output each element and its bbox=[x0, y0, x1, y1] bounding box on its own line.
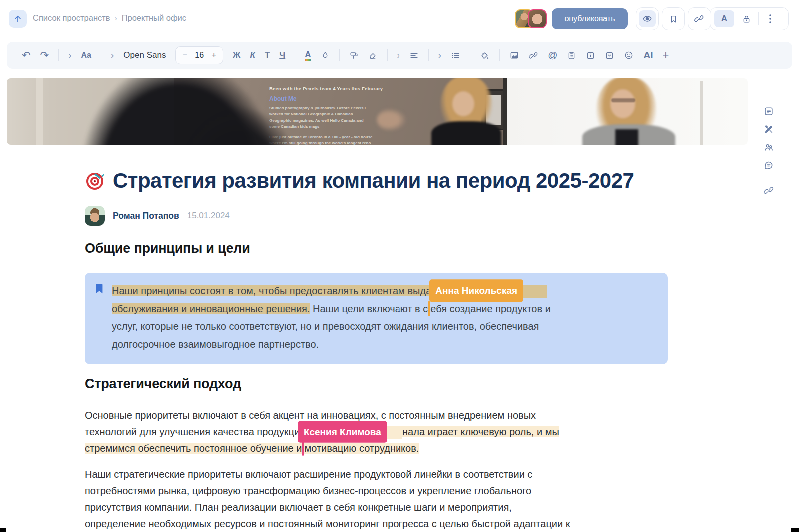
page-title[interactable]: Стратегия развития компании на период 20… bbox=[85, 169, 694, 193]
publish-button[interactable]: опубликовать bbox=[552, 8, 628, 29]
remote-cursor-ksenia bbox=[302, 440, 304, 456]
redo-button[interactable]: ↷ bbox=[40, 49, 49, 61]
breadcrumb-separator: › bbox=[115, 14, 117, 22]
arrow-up-icon bbox=[13, 14, 22, 23]
bold-button[interactable]: Ж bbox=[233, 50, 240, 60]
paragraph-priorities[interactable]: Наши стратегические приоритеты включают … bbox=[85, 466, 689, 532]
font-size-stepper: − 16 + bbox=[175, 46, 223, 64]
font-size-decrease-button[interactable]: − bbox=[182, 50, 187, 60]
comments-panel-button[interactable] bbox=[763, 160, 774, 171]
info-square-icon bbox=[586, 51, 595, 60]
breadcrumb: Список пространств › Проектный офис bbox=[33, 13, 186, 23]
formatting-toolbar: ↶ ↷ › Aa › Open Sans − 16 + Ж К Т Ч A › bbox=[7, 42, 792, 69]
chevron-right-icon[interactable]: › bbox=[438, 50, 441, 61]
edit-tools-button[interactable] bbox=[763, 124, 774, 135]
bookmark-button[interactable] bbox=[662, 7, 685, 30]
chevron-right-icon[interactable]: › bbox=[397, 50, 400, 61]
link-icon bbox=[529, 51, 538, 60]
crossed-tools-icon bbox=[763, 124, 774, 135]
toggle-block-button[interactable] bbox=[605, 51, 614, 60]
eye-icon bbox=[642, 14, 652, 24]
ai-assistant-button[interactable]: AI bbox=[643, 50, 653, 61]
screen-artifact bbox=[0, 528, 6, 532]
back-up-button[interactable] bbox=[9, 10, 27, 28]
collaborator-avatars bbox=[515, 8, 550, 29]
list-button[interactable] bbox=[451, 51, 460, 60]
divider bbox=[758, 12, 759, 25]
font-size-value[interactable]: 16 bbox=[195, 51, 204, 60]
template-button[interactable] bbox=[567, 51, 576, 60]
divider bbox=[101, 49, 101, 61]
members-button[interactable] bbox=[763, 142, 774, 153]
callout-block[interactable]: Наши принципы состоят в том, чтобы предо… bbox=[85, 273, 668, 364]
droplet-icon bbox=[321, 51, 330, 60]
paragraph-text: потребностями рынка, цифровую трансформа… bbox=[85, 485, 531, 496]
chevron-right-icon[interactable]: › bbox=[111, 50, 114, 61]
highlighted-selection: нала играет ключевую роль, и мы bbox=[402, 426, 559, 437]
paragraph-text: присутствия компании. План реализации вк… bbox=[85, 502, 512, 513]
fill-color-button[interactable] bbox=[480, 50, 490, 60]
format-painter-button[interactable] bbox=[349, 51, 359, 60]
highlighted-selection: Наши принципы состоят в том, чтобы предо… bbox=[112, 285, 431, 296]
callout-text: ебя создание продуктов и bbox=[430, 303, 551, 314]
paragraph-text: Основные приоритеты включают в себя акце… bbox=[85, 410, 536, 421]
user-selection-label-ksenia: Ксения Климова bbox=[298, 421, 387, 442]
insert-block-button[interactable]: + bbox=[662, 49, 669, 62]
divider bbox=[339, 49, 340, 61]
callout-text: долгосрочное взаимовыгодное партнерство. bbox=[112, 339, 319, 350]
align-left-icon bbox=[409, 51, 419, 60]
screen-artifact bbox=[791, 528, 799, 532]
clear-format-button[interactable] bbox=[368, 51, 378, 60]
typography-button[interactable]: A bbox=[714, 10, 734, 27]
target-dart-emoji bbox=[85, 170, 106, 191]
chevron-right-icon[interactable]: › bbox=[68, 50, 71, 61]
font-family-select[interactable]: Open Sans bbox=[123, 50, 166, 60]
paragraph-strategy[interactable]: Основные приоритеты включают в себя акце… bbox=[85, 407, 689, 457]
divider bbox=[428, 49, 429, 61]
breadcrumb-current-space[interactable]: Проектный офис bbox=[122, 13, 186, 23]
italic-button[interactable]: К bbox=[250, 50, 255, 60]
clipboard-checklist-icon bbox=[567, 51, 576, 60]
more-options-button[interactable] bbox=[762, 14, 779, 23]
mention-button[interactable]: @ bbox=[548, 50, 557, 61]
section-heading-strategy: Стратегический подход bbox=[85, 376, 241, 392]
insert-link-button[interactable] bbox=[529, 51, 538, 60]
undo-button[interactable]: ↶ bbox=[22, 49, 31, 61]
author-avatar[interactable] bbox=[85, 206, 105, 226]
comment-icon bbox=[763, 160, 774, 171]
paint-roller-icon bbox=[349, 51, 359, 60]
breadcrumb-spaces-link[interactable]: Список пространств bbox=[33, 13, 110, 23]
strikethrough-button[interactable]: Т bbox=[265, 50, 270, 60]
author-name[interactable]: Роман Потапов bbox=[113, 211, 179, 221]
lock-button[interactable] bbox=[737, 14, 755, 24]
document-settings-group: A bbox=[710, 7, 789, 30]
underline-button[interactable]: Ч bbox=[279, 50, 285, 60]
callout-text: Наши цели включают в с bbox=[310, 303, 428, 314]
lock-icon bbox=[742, 14, 751, 24]
align-button[interactable] bbox=[409, 51, 419, 60]
highlighted-selection: обслуживания и инновационные решения. bbox=[112, 303, 310, 314]
contents-panel-button[interactable] bbox=[763, 106, 774, 117]
document-editor-app: Список пространств › Проектный офис опуб… bbox=[0, 0, 799, 532]
paragraph-text: Наши стратегические приоритеты включают … bbox=[85, 469, 532, 480]
highlight-color-button[interactable] bbox=[321, 51, 330, 60]
bookmark-icon bbox=[669, 14, 678, 24]
copy-link-button[interactable] bbox=[688, 7, 711, 30]
preview-button[interactable] bbox=[636, 7, 659, 30]
divider bbox=[499, 49, 500, 61]
divider bbox=[295, 49, 295, 61]
insert-image-button[interactable] bbox=[509, 50, 519, 60]
cover-woman-middle bbox=[426, 78, 505, 145]
backlinks-button[interactable] bbox=[764, 185, 774, 196]
font-size-increase-button[interactable]: + bbox=[211, 50, 216, 60]
highlighted-selection: стремимся обеспечить постоянное обучение… bbox=[85, 443, 302, 454]
emoji-button[interactable] bbox=[624, 50, 634, 60]
collaborator-avatar-ksenia[interactable] bbox=[528, 9, 547, 28]
info-block-button[interactable] bbox=[586, 51, 595, 60]
publish-date: 15.01.2024 bbox=[187, 211, 230, 221]
top-header: Список пространств › Проектный офис опуб… bbox=[0, 0, 799, 38]
text-color-button[interactable]: A bbox=[305, 50, 311, 61]
collapse-square-icon bbox=[605, 51, 614, 60]
divider bbox=[761, 178, 776, 178]
text-style-button[interactable]: Aa bbox=[81, 51, 91, 60]
